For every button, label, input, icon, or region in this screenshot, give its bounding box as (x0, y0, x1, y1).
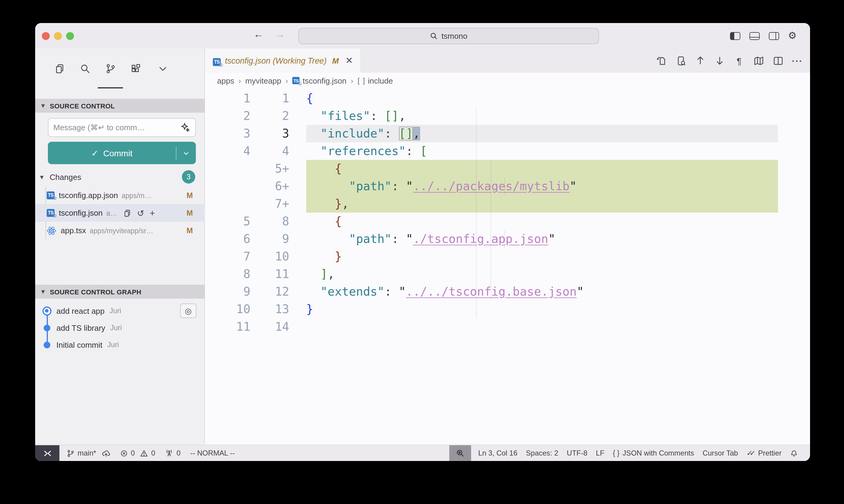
remote-indicator[interactable] (35, 445, 59, 461)
code-line[interactable]: 710 } (205, 248, 778, 265)
close-window-button[interactable] (42, 32, 50, 40)
toggle-primary-sidebar-icon[interactable] (730, 32, 740, 40)
tab-label: tsconfig.json (Working Tree) (225, 56, 327, 65)
discard-icon[interactable]: ↺ (137, 209, 144, 217)
breadcrumb-item-tsconfig.json[interactable]: TS⚙tsconfig.json (292, 76, 346, 85)
eol[interactable]: LF (596, 449, 604, 457)
code-line[interactable]: 22 "files": [], (205, 107, 778, 125)
toggle-secondary-sidebar-icon[interactable] (769, 32, 779, 40)
indent-guide (504, 230, 505, 248)
code-line[interactable]: 1013} (205, 300, 778, 318)
code-line[interactable]: 11{ (205, 89, 778, 107)
changed-file-row-app.tsx[interactable]: app.tsxapps/myviteapp/sr…M (35, 222, 205, 239)
settings-gear-icon[interactable]: ⚙ (788, 31, 797, 41)
changed-file-row-tsconfig.json[interactable]: TS⚙tsconfig.jsona…↺+M (35, 204, 205, 222)
original-line-number: 9 (205, 283, 251, 300)
branch-indicator[interactable]: main* (67, 449, 110, 457)
code-line[interactable]: 6+ "path": "../../packages/mytslib" (205, 177, 778, 195)
original-line-number (205, 195, 251, 212)
search-editor-icon[interactable] (675, 55, 686, 66)
code-line[interactable]: 58 { (205, 212, 778, 230)
code-line[interactable]: 44 "references": [ (205, 142, 778, 160)
history-forward-icon[interactable]: → (275, 29, 285, 41)
toggle-whitespace-icon[interactable]: ¶ (734, 55, 744, 66)
original-line-number: 6 (205, 230, 251, 248)
close-tab-icon[interactable]: ✕ (345, 55, 353, 66)
cursor-tab[interactable]: Cursor Tab (702, 449, 738, 457)
extensions-icon[interactable] (128, 60, 144, 76)
modified-line-number: 7+ (251, 195, 289, 212)
commit-row-Initial-commit[interactable]: Initial commitJuri (35, 336, 205, 353)
modified-line-number: 8 (251, 212, 289, 230)
stage-icon[interactable]: + (150, 209, 155, 217)
activity-bar (35, 56, 205, 85)
code-line[interactable]: 69 "path": "./tsconfig.app.json" (205, 230, 778, 248)
vim-block-cursor: , (413, 126, 420, 140)
breadcrumb-item-myviteapp[interactable]: myviteapp (245, 76, 281, 85)
sidebar: ▼ SOURCE CONTROL Message (⌘↵ to comm… ✓C… (35, 49, 205, 445)
original-line-number: 1 (205, 89, 251, 107)
file-link[interactable]: ../../tsconfig.base.json (406, 284, 577, 298)
commit-dropdown-button[interactable] (176, 149, 196, 157)
files-icon[interactable] (52, 60, 67, 76)
changed-file-row-tsconfig.app.json[interactable]: TS⚙tsconfig.app.jsonapps/m…M (35, 186, 205, 204)
code-line[interactable]: 7+ }, (205, 195, 778, 212)
code-line[interactable]: 5+ { (205, 160, 778, 177)
title-bar: ← → tsmono ⚙ (35, 23, 810, 49)
file-link[interactable]: ./tsconfig.app.json (413, 232, 548, 246)
breadcrumb-item-apps[interactable]: apps (217, 76, 234, 85)
encoding[interactable]: UTF-8 (567, 449, 587, 457)
commit-row-add-react-app[interactable]: add react appJuri◎ (35, 302, 205, 319)
original-line-number: 11 (205, 318, 251, 335)
breadcrumb-item-include[interactable]: [ ]include (358, 76, 393, 85)
tab-tsconfig-working-tree[interactable]: TS⚙ tsconfig.json (Working Tree) M ✕ (205, 49, 360, 73)
source-control-icon[interactable] (102, 60, 118, 76)
search-icon[interactable] (77, 60, 93, 76)
open-file-icon[interactable] (123, 209, 132, 217)
chevron-down-icon (183, 149, 190, 157)
more-actions-icon[interactable]: ··· (792, 55, 803, 66)
command-center-search[interactable]: tsmono (298, 28, 599, 44)
commit-row-add-TS-library[interactable]: add TS libraryJuri (35, 319, 205, 336)
sparkle-icon[interactable] (180, 122, 190, 133)
language-mode[interactable]: { }JSON with Comments (613, 449, 694, 457)
notifications[interactable] (790, 449, 798, 457)
minimap-icon[interactable] (753, 55, 764, 66)
split-editor-icon[interactable] (773, 55, 783, 66)
tab-bar: TS⚙ tsconfig.json (Working Tree) M ✕ ¶ ·… (205, 49, 810, 73)
chevron-down-icon: ▼ (40, 102, 46, 109)
code-line[interactable]: 811 ], (205, 265, 778, 283)
previous-change-icon[interactable] (695, 55, 706, 66)
bell-icon (790, 449, 798, 457)
source-control-graph-title: SOURCE CONTROL GRAPH (50, 288, 141, 295)
vim-mode[interactable]: -- NORMAL -- (190, 449, 235, 457)
file-path: apps/myviteapp/sr… (90, 227, 153, 234)
source-control-graph-header[interactable]: ▼ SOURCE CONTROL GRAPH (35, 285, 205, 299)
commit-message-input[interactable]: Message (⌘↵ to comm… (48, 118, 196, 137)
open-changes-icon[interactable] (656, 55, 667, 66)
code-line[interactable]: 1114 (205, 318, 778, 335)
ports[interactable]: 0 (165, 449, 180, 457)
commit-button[interactable]: ✓Commit (48, 142, 196, 164)
code-area[interactable]: 11{22 "files": [],33 "include": [],44 "r… (205, 89, 778, 335)
problems[interactable]: 00 (120, 449, 155, 457)
indent-guide (476, 107, 477, 318)
file-link[interactable]: ../../packages/mytslib (413, 179, 570, 193)
chevron-down-icon[interactable] (155, 60, 170, 76)
toggle-panel-icon[interactable] (749, 32, 759, 40)
cursor-position[interactable]: Ln 3, Col 16 (478, 449, 517, 457)
source-control-section-header[interactable]: ▼ SOURCE CONTROL (35, 99, 205, 113)
typescript-config-file-icon: TS⚙ (47, 209, 55, 217)
goto-current-history-item-button[interactable]: ◎ (180, 304, 196, 318)
indentation[interactable]: Spaces: 2 (526, 449, 558, 457)
changes-header[interactable]: ▼ Changes 3 (35, 169, 205, 185)
code-line[interactable]: 912 "extends": "../../tsconfig.base.json… (205, 283, 778, 300)
next-change-icon[interactable] (714, 55, 725, 66)
code-line[interactable]: 33 "include": [], (205, 125, 778, 142)
zoom-indicator[interactable] (449, 445, 471, 461)
zoom-window-button[interactable] (66, 32, 74, 40)
commit-dot-icon (42, 306, 52, 315)
minimize-window-button[interactable] (54, 32, 62, 40)
formatter[interactable]: ✓✓Prettier (746, 449, 781, 457)
history-back-icon[interactable]: ← (254, 29, 264, 41)
